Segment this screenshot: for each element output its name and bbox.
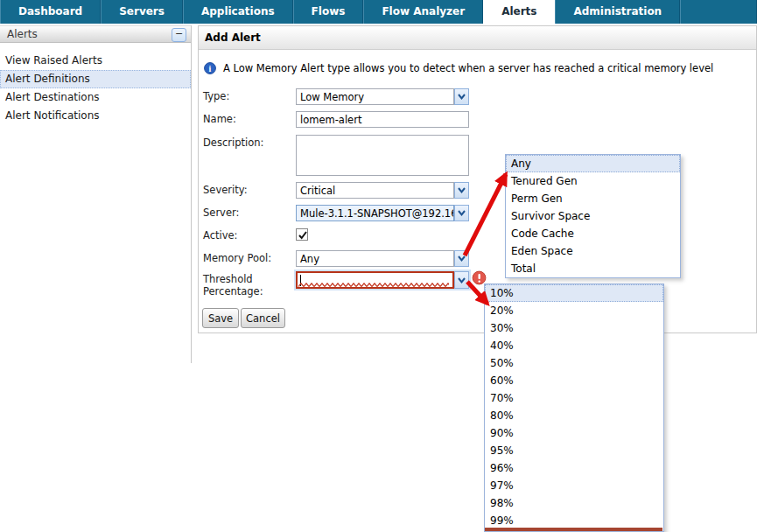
page-title: Add Alert bbox=[205, 32, 261, 44]
active-checkbox[interactable] bbox=[296, 228, 308, 241]
nav-tab-label: Applications bbox=[201, 5, 275, 18]
dropdown-option-label: 20% bbox=[490, 304, 514, 317]
dropdown-option[interactable]: 95% bbox=[485, 442, 663, 459]
active-label: Active: bbox=[203, 229, 237, 242]
dropdown-option[interactable]: Eden Space bbox=[506, 242, 680, 260]
sidebar-item-label: Alert Destinations bbox=[5, 91, 100, 103]
dropdown-option[interactable]: Survivor Space bbox=[506, 207, 680, 225]
dropdown-option-label: 60% bbox=[490, 374, 514, 387]
chevron-down-icon bbox=[458, 94, 466, 100]
dropdown-option[interactable]: 80% bbox=[485, 407, 663, 424]
sidebar-alerts-panel: Alerts − View Raised Alerts Alert Defini… bbox=[0, 25, 192, 363]
sidebar-item-label: Alert Definitions bbox=[5, 73, 90, 85]
nav-tab-label: Flow Analyzer bbox=[382, 5, 465, 18]
dropdown-option[interactable]: 90% bbox=[485, 424, 663, 442]
severity-combo[interactable]: Critical bbox=[296, 182, 469, 199]
save-button[interactable]: Save bbox=[202, 308, 239, 328]
nav-tab-label: Administration bbox=[573, 5, 662, 18]
nav-tab-label: Dashboard bbox=[18, 5, 82, 18]
sidebar-item[interactable]: Alert Definitions bbox=[0, 70, 191, 88]
sidebar-item[interactable]: Alert Notifications bbox=[0, 107, 191, 125]
nav-tab[interactable]: Alerts bbox=[483, 0, 555, 24]
chevron-down-icon bbox=[458, 210, 466, 216]
nav-tab-label: Alerts bbox=[501, 5, 536, 18]
dropdown-option[interactable]: Tenured Gen bbox=[506, 172, 680, 190]
nav-filler bbox=[680, 0, 757, 24]
dropdown-option-label: 98% bbox=[490, 497, 514, 509]
type-label: Type: bbox=[203, 90, 229, 102]
dropdown-option-label: 70% bbox=[490, 392, 514, 404]
memory-pool-combo[interactable]: Any bbox=[296, 250, 469, 267]
server-combo[interactable]: Mule-3.1.1-SNAPSHOT@192.16 bbox=[296, 205, 469, 221]
dropdown-option-label: 99% bbox=[490, 514, 514, 527]
sidebar-item-label: Alert Notifications bbox=[5, 109, 99, 122]
error-wavy-underline bbox=[298, 283, 449, 287]
memory-pool-dropdown-list: Any Tenured Gen Perm Gen Survivor Space … bbox=[505, 154, 681, 278]
threshold-dropdown-trigger[interactable] bbox=[454, 271, 469, 289]
dropdown-option[interactable]: 98% bbox=[485, 494, 663, 512]
severity-dropdown-trigger[interactable] bbox=[454, 182, 469, 199]
server-value[interactable]: Mule-3.1.1-SNAPSHOT@192.16 bbox=[296, 205, 454, 221]
dropdown-option[interactable]: 40% bbox=[485, 337, 663, 354]
sidebar-item[interactable]: View Raised Alerts bbox=[0, 52, 191, 70]
type-combo[interactable]: Low Memory bbox=[296, 88, 469, 105]
dropdown-option-label: 97% bbox=[490, 480, 514, 492]
dropdown-option[interactable]: Any bbox=[506, 155, 680, 172]
dropdown-option[interactable]: 20% bbox=[485, 302, 663, 319]
dropdown-option-label: Total bbox=[511, 262, 536, 275]
sidebar-title: Alerts bbox=[7, 28, 38, 40]
server-dropdown-trigger[interactable] bbox=[454, 205, 469, 221]
info-message: i A Low Memory Alert type allows you to … bbox=[204, 62, 713, 74]
dropdown-option[interactable]: 70% bbox=[485, 389, 663, 407]
cancel-button[interactable]: Cancel bbox=[241, 308, 285, 328]
dropdown-option-label: 80% bbox=[490, 410, 514, 422]
dropdown-option-label: Code Cache bbox=[511, 228, 574, 240]
collapse-panel-button[interactable]: − bbox=[172, 28, 186, 42]
dropdown-option[interactable]: 10% bbox=[485, 284, 663, 302]
nav-tab[interactable]: Dashboard bbox=[0, 0, 101, 24]
dropdown-resize-handle[interactable] bbox=[485, 528, 662, 531]
dropdown-option-label: Tenured Gen bbox=[511, 175, 578, 187]
dropdown-option-label: 40% bbox=[490, 340, 514, 352]
dropdown-option[interactable]: Total bbox=[506, 260, 680, 277]
description-label: Description: bbox=[203, 136, 263, 149]
dropdown-option[interactable]: 30% bbox=[485, 319, 663, 337]
sidebar-item[interactable]: Alert Destinations bbox=[0, 88, 191, 107]
svg-text:i: i bbox=[209, 64, 212, 74]
dropdown-option[interactable]: 60% bbox=[485, 372, 663, 389]
dropdown-option[interactable]: Code Cache bbox=[506, 225, 680, 242]
threshold-input[interactable] bbox=[296, 271, 454, 289]
nav-tab[interactable]: Flow Analyzer bbox=[363, 0, 483, 24]
nav-tab[interactable]: Servers bbox=[101, 0, 183, 24]
dropdown-option-label: Survivor Space bbox=[511, 210, 590, 222]
dropdown-option[interactable]: 96% bbox=[485, 459, 663, 477]
dropdown-option-label: 30% bbox=[490, 322, 514, 334]
server-label: Server: bbox=[203, 206, 239, 219]
dropdown-option-label: 10% bbox=[490, 287, 514, 299]
dropdown-option-label: Eden Space bbox=[511, 245, 573, 257]
chevron-down-icon bbox=[458, 187, 466, 193]
sidebar-header: Alerts − bbox=[0, 25, 191, 43]
type-value[interactable]: Low Memory bbox=[296, 88, 454, 105]
name-value: lomem-alert bbox=[300, 114, 361, 126]
dropdown-option-label: 50% bbox=[490, 357, 514, 369]
memory-pool-value[interactable]: Any bbox=[296, 250, 454, 267]
dropdown-option[interactable]: 50% bbox=[485, 354, 663, 372]
nav-tab[interactable]: Administration bbox=[555, 0, 680, 24]
description-textarea[interactable] bbox=[296, 135, 469, 176]
type-dropdown-trigger[interactable] bbox=[454, 88, 469, 105]
threshold-label-line2: Percentage: bbox=[203, 285, 263, 298]
nav-tab[interactable]: Applications bbox=[183, 0, 293, 24]
dropdown-option[interactable]: 97% bbox=[485, 477, 663, 494]
name-input[interactable]: lomem-alert bbox=[296, 111, 469, 128]
info-text: A Low Memory Alert type allows you to de… bbox=[223, 62, 713, 74]
memory-pool-dropdown-trigger[interactable] bbox=[454, 250, 469, 267]
dropdown-option-label: Any bbox=[511, 158, 531, 170]
threshold-combo[interactable] bbox=[296, 271, 469, 289]
page: Dashboard Servers Applications Flows Flo… bbox=[0, 0, 757, 532]
severity-value[interactable]: Critical bbox=[296, 182, 454, 199]
dropdown-option[interactable]: 99% bbox=[485, 512, 663, 529]
nav-tab[interactable]: Flows bbox=[293, 0, 364, 24]
dropdown-option-label: 96% bbox=[490, 462, 514, 474]
dropdown-option[interactable]: Perm Gen bbox=[506, 190, 680, 207]
